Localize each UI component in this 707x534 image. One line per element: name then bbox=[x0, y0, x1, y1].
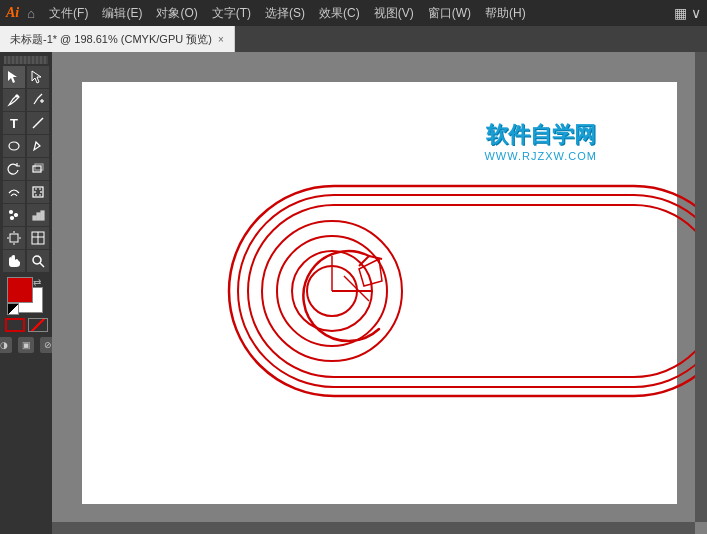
stroke-row bbox=[5, 318, 48, 332]
pen-tool[interactable] bbox=[3, 89, 25, 111]
tool-row-warp bbox=[2, 181, 50, 203]
symbol-tool[interactable] bbox=[3, 204, 25, 226]
slice-tool[interactable] bbox=[27, 227, 49, 249]
svg-point-11 bbox=[10, 211, 13, 214]
artwork-svg bbox=[224, 181, 708, 401]
ruler bbox=[4, 56, 48, 64]
menu-effect[interactable]: 效果(C) bbox=[313, 3, 366, 24]
horizontal-scrollbar[interactable] bbox=[52, 522, 695, 534]
tab-close-button[interactable]: × bbox=[218, 34, 224, 45]
svg-point-12 bbox=[15, 214, 18, 217]
artboard-tool[interactable] bbox=[3, 227, 25, 249]
selection-tool[interactable] bbox=[3, 66, 25, 88]
watermark-sub-text: WWW.RJZXW.COM bbox=[484, 150, 597, 162]
tool-row-type: T bbox=[2, 112, 50, 134]
menu-help[interactable]: 帮助(H) bbox=[479, 3, 532, 24]
svg-point-2 bbox=[16, 95, 18, 97]
menu-text[interactable]: 文字(T) bbox=[206, 3, 257, 24]
tool-row-handзум bbox=[2, 250, 50, 272]
toolbar: T bbox=[0, 52, 52, 534]
svg-line-5 bbox=[33, 118, 43, 128]
svg-point-6 bbox=[9, 142, 19, 150]
watermark: 软件自学网 WWW.RJZXW.COM bbox=[484, 120, 597, 162]
color-boxes: ⇄ bbox=[7, 277, 45, 315]
menu-edit[interactable]: 编辑(E) bbox=[96, 3, 148, 24]
title-bar: Ai ⌂ 文件(F) 编辑(E) 对象(O) 文字(T) 选择(S) 效果(C)… bbox=[0, 0, 707, 26]
ai-logo: Ai bbox=[6, 5, 19, 21]
svg-rect-27 bbox=[229, 186, 708, 396]
svg-line-26 bbox=[40, 263, 44, 267]
line-tool[interactable] bbox=[27, 112, 49, 134]
rotate-tool[interactable] bbox=[3, 158, 25, 180]
white-canvas: 软件自学网 WWW.RJZXW.COM bbox=[82, 82, 677, 504]
menu-select[interactable]: 选择(S) bbox=[259, 3, 311, 24]
svg-rect-28 bbox=[238, 195, 708, 387]
svg-rect-14 bbox=[33, 216, 36, 220]
svg-rect-29 bbox=[248, 205, 708, 377]
warp-tool[interactable] bbox=[3, 181, 25, 203]
svg-rect-10 bbox=[35, 189, 41, 195]
transform-tool[interactable] bbox=[27, 158, 49, 180]
tab-title: 未标题-1* @ 198.61% (CMYK/GPU 预览) bbox=[10, 32, 212, 47]
svg-rect-7 bbox=[33, 166, 41, 172]
vertical-scrollbar[interactable] bbox=[695, 52, 707, 522]
menu-window[interactable]: 窗口(W) bbox=[422, 3, 477, 24]
pencil-tool[interactable] bbox=[27, 135, 49, 157]
free-transform-tool[interactable] bbox=[27, 181, 49, 203]
tool-row-shape bbox=[2, 135, 50, 157]
column-graph-tool[interactable] bbox=[27, 204, 49, 226]
menu-object[interactable]: 对象(O) bbox=[150, 3, 203, 24]
hand-tool[interactable] bbox=[3, 250, 25, 272]
color-section: ⇄ ◑ ▣ ⊘ bbox=[0, 277, 56, 353]
default-colors-icon[interactable] bbox=[7, 303, 19, 315]
svg-point-13 bbox=[11, 217, 14, 220]
svg-rect-8 bbox=[35, 164, 43, 170]
type-tool[interactable]: T bbox=[3, 112, 25, 134]
tab-bar: 未标题-1* @ 198.61% (CMYK/GPU 预览) × bbox=[0, 26, 707, 52]
artwork bbox=[224, 181, 708, 405]
stroke-color-box[interactable] bbox=[5, 318, 25, 332]
svg-rect-15 bbox=[37, 213, 40, 220]
home-icon[interactable]: ⌂ bbox=[27, 6, 35, 21]
foreground-color-box[interactable] bbox=[7, 277, 33, 303]
color-mode-icon[interactable]: ◑ bbox=[0, 337, 12, 353]
svg-point-25 bbox=[33, 256, 41, 264]
tool-row-symbol bbox=[2, 204, 50, 226]
menu-view[interactable]: 视图(V) bbox=[368, 3, 420, 24]
tool-row-pen bbox=[2, 89, 50, 111]
menu-file[interactable]: 文件(F) bbox=[43, 3, 94, 24]
workspace-switcher[interactable]: ▦ ∨ bbox=[674, 5, 701, 21]
gradient-icon[interactable]: ▣ bbox=[18, 337, 34, 353]
menu-bar: 文件(F) 编辑(E) 对象(O) 文字(T) 选择(S) 效果(C) 视图(V… bbox=[43, 3, 666, 24]
direct-selection-tool[interactable] bbox=[27, 66, 49, 88]
swap-colors-icon[interactable]: ⇄ bbox=[33, 277, 45, 289]
add-anchor-tool[interactable] bbox=[27, 89, 49, 111]
svg-marker-1 bbox=[32, 71, 41, 83]
svg-rect-17 bbox=[10, 234, 18, 242]
main-area: T bbox=[0, 52, 707, 534]
tool-row-rotate bbox=[2, 158, 50, 180]
canvas-area: 软件自学网 WWW.RJZXW.COM bbox=[52, 52, 707, 534]
tool-row-select bbox=[2, 66, 50, 88]
zoom-tool[interactable] bbox=[27, 250, 49, 272]
watermark-main-text: 软件自学网 bbox=[484, 120, 597, 150]
document-tab[interactable]: 未标题-1* @ 198.61% (CMYK/GPU 预览) × bbox=[0, 26, 235, 52]
tool-row-artboard bbox=[2, 227, 50, 249]
color-mode-row: ◑ ▣ ⊘ bbox=[0, 337, 56, 353]
svg-marker-0 bbox=[8, 71, 17, 83]
ellipse-tool[interactable] bbox=[3, 135, 25, 157]
svg-rect-16 bbox=[41, 211, 44, 220]
none-color-box[interactable] bbox=[28, 318, 48, 332]
